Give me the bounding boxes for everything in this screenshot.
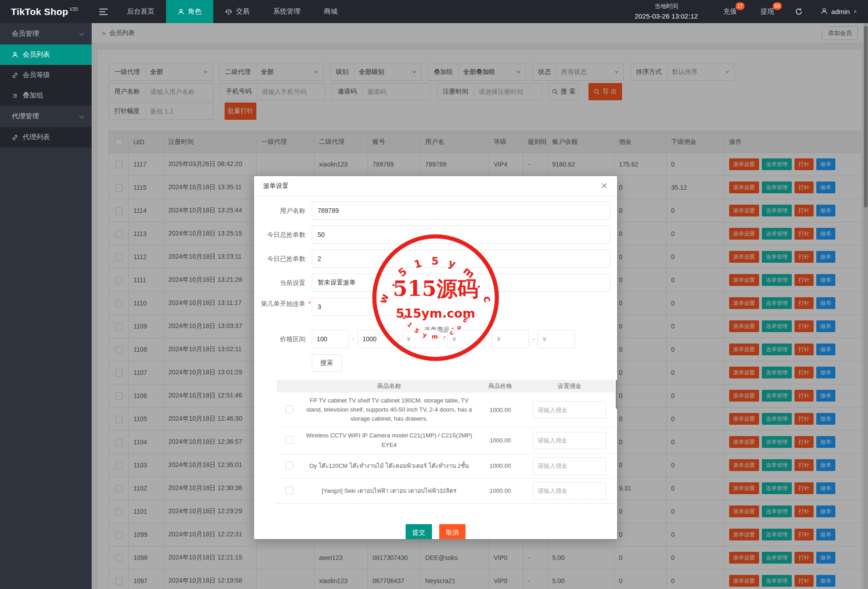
goods-checkbox[interactable] bbox=[285, 486, 293, 494]
refresh-icon[interactable] bbox=[786, 0, 812, 23]
user-name: admin bbox=[831, 8, 850, 15]
range-separator: - bbox=[442, 335, 445, 343]
username-input[interactable] bbox=[312, 201, 610, 220]
topnav-item-label: 角色 bbox=[188, 7, 201, 16]
sidebar-item[interactable]: 代理列表 bbox=[0, 127, 92, 147]
scales-icon bbox=[225, 8, 232, 15]
goods-name: Oy โต๊ะ120CM โต๊ะทำงานไม้ โต๊ะคอมพิวเตอร… bbox=[302, 461, 476, 471]
topnav-item-label: 交易 bbox=[236, 7, 250, 16]
goods-commission-input[interactable] bbox=[533, 482, 606, 500]
price-min-3-input[interactable] bbox=[492, 330, 529, 348]
start-order-input[interactable] bbox=[312, 298, 398, 316]
sidebar: 会员管理会员列表会员等级叠加组代理管理代理列表 bbox=[0, 23, 92, 589]
sidebar-item[interactable]: 会员等级 bbox=[0, 65, 92, 85]
local-time-value: 2025-03-26 13:02:12 bbox=[635, 11, 698, 21]
goods-price: 1000.00 bbox=[476, 437, 524, 444]
goods-commission-input[interactable] bbox=[533, 457, 606, 475]
user-icon bbox=[178, 9, 184, 15]
goods-checkbox[interactable] bbox=[285, 461, 293, 469]
sidebar-group[interactable]: 代理管理 bbox=[0, 106, 92, 127]
price-max-3-input[interactable] bbox=[538, 330, 575, 348]
topnav-item[interactable]: 后台首页 bbox=[115, 0, 166, 23]
link-icon bbox=[12, 134, 18, 141]
goods-commission-cell bbox=[524, 457, 615, 475]
goods-price: 1000.00 bbox=[476, 462, 524, 469]
goods-name: [Yangzi] Seki เตาอบไฟฟ้า เตาอบ เตาอบไฟฟ้… bbox=[302, 486, 476, 496]
topnav-item[interactable]: 角色 bbox=[166, 0, 213, 23]
chevron-down-icon bbox=[79, 30, 84, 35]
topnav-item-label: 商城 bbox=[324, 7, 338, 16]
local-time: 当地时间 2025-03-26 13:02:12 bbox=[621, 2, 711, 21]
user-menu[interactable]: admin ∧ bbox=[812, 0, 868, 23]
link-icon bbox=[12, 72, 18, 79]
goods-commission-input[interactable] bbox=[533, 432, 606, 449]
sidebar-group[interactable]: 会员管理 bbox=[0, 23, 92, 44]
topbar-right: 当地时间 2025-03-26 13:02:12 充值 17 提现 66 adm… bbox=[621, 0, 868, 23]
price-min-2-input[interactable] bbox=[402, 330, 439, 348]
required-star: * bbox=[309, 299, 311, 308]
goods-name: Wireless CCTV WIFI IP Camera model C21(1… bbox=[302, 431, 476, 449]
caret-up-icon: ∧ bbox=[853, 9, 857, 15]
goods-price: 1000.00 bbox=[476, 487, 524, 494]
current-setting-label: 当前设置 bbox=[254, 274, 312, 292]
username-label: 用户名称 bbox=[254, 201, 312, 220]
goods-commission-cell bbox=[524, 432, 615, 449]
submit-button[interactable]: 提交 bbox=[406, 524, 432, 539]
goods-header-cell: 商品价格 bbox=[476, 382, 524, 390]
withdraw-link[interactable]: 提现 66 bbox=[749, 0, 786, 23]
topnav-item[interactable]: 交易 bbox=[213, 0, 261, 23]
goods-checkbox-cell bbox=[277, 486, 302, 496]
goods-header-cell: 商品名称 bbox=[302, 382, 476, 390]
goods-row: Wireless CCTV WIFI IP Camera model C21(1… bbox=[277, 427, 615, 453]
goods-checkbox[interactable] bbox=[285, 405, 293, 413]
topnav-item-label: 后台首页 bbox=[127, 7, 154, 16]
goods-commission-input[interactable] bbox=[533, 401, 606, 418]
goods-checkbox-cell bbox=[277, 405, 302, 414]
sidebar-item-label: 会员列表 bbox=[23, 50, 50, 59]
user-icon bbox=[821, 8, 828, 16]
goods-checkbox[interactable] bbox=[285, 436, 293, 444]
goods-header-cell: 设置佣金 bbox=[524, 382, 615, 390]
sidebar-item[interactable]: 叠加组 bbox=[0, 85, 92, 106]
price-max-2-input[interactable] bbox=[447, 330, 485, 348]
total-orders-label: 今日总抢单数 bbox=[254, 226, 312, 244]
modal-title: 派单设置 bbox=[263, 182, 289, 190]
sidebar-item-label: 会员等级 bbox=[23, 71, 50, 79]
sidebar-group-items: 代理列表 bbox=[0, 127, 92, 147]
cancel-button[interactable]: 取消 bbox=[439, 524, 466, 539]
modal-actions: 提交 取消 bbox=[254, 524, 617, 539]
goods-scrollbar-thumb[interactable] bbox=[616, 380, 617, 409]
price-min-1-input[interactable] bbox=[312, 330, 349, 348]
current-setting-input[interactable] bbox=[312, 274, 610, 292]
brand-name: TikTok Shop bbox=[11, 6, 68, 17]
list-icon bbox=[12, 93, 18, 99]
goods-row: Oy โต๊ะ120CM โต๊ะทำงานไม้ โต๊ะคอมพิวเตอร… bbox=[277, 453, 615, 478]
recharge-label: 充值 bbox=[723, 7, 737, 16]
topnav-item-label: 系统管理 bbox=[273, 7, 300, 16]
taken-orders-label: 今日已抢单数 bbox=[254, 250, 312, 268]
menu-toggle-icon[interactable] bbox=[92, 0, 115, 23]
close-icon[interactable]: ✕ bbox=[601, 182, 608, 190]
goods-search-button[interactable]: 搜索 bbox=[312, 354, 342, 372]
topnav-item[interactable]: 商城 bbox=[312, 0, 349, 23]
goods-commission-cell bbox=[524, 401, 615, 418]
local-time-label: 当地时间 bbox=[635, 2, 698, 11]
chevron-down-icon bbox=[79, 113, 84, 118]
brand-version: V20 bbox=[69, 7, 78, 12]
price-range-label: 价格区间 bbox=[254, 335, 312, 344]
taken-orders-input[interactable] bbox=[312, 250, 610, 268]
goods-commission-cell bbox=[524, 482, 615, 500]
range-separator: - bbox=[352, 335, 354, 343]
price-max-1-input[interactable] bbox=[358, 330, 395, 348]
recharge-link[interactable]: 充值 17 bbox=[711, 0, 749, 23]
start-order-label: 第几单开始连单 * bbox=[254, 298, 312, 316]
sidebar-item-label: 代理列表 bbox=[23, 133, 50, 142]
recharge-badge: 17 bbox=[736, 2, 745, 10]
sidebar-item[interactable]: 会员列表 bbox=[0, 44, 92, 65]
modal-header: 派单设置 ✕ bbox=[254, 176, 617, 196]
dispatch-settings-modal: 派单设置 ✕ 用户名称 今日总抢单数 今日已抢单数 当前设置 第几单开始连单 * bbox=[254, 176, 617, 539]
total-orders-input[interactable] bbox=[312, 226, 610, 244]
topnav-item[interactable]: 系统管理 bbox=[261, 0, 312, 23]
goods-name: FP TV cabinet TV shelf TV cabinet 190CM,… bbox=[302, 396, 476, 423]
brand-logo: TikTok Shop V20 bbox=[0, 0, 92, 23]
